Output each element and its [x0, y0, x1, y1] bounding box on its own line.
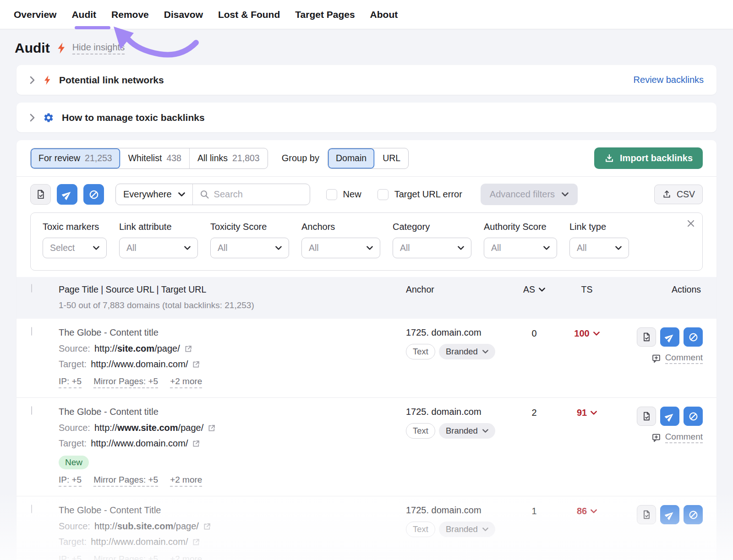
external-link-icon[interactable] — [203, 522, 211, 531]
row-checkbox[interactable] — [31, 505, 32, 513]
chevron-right-icon[interactable] — [29, 76, 35, 85]
export-csv-button[interactable]: CSV — [654, 185, 703, 204]
group-by-domain[interactable]: Domain — [328, 148, 375, 169]
filter-authority-score-select[interactable]: All — [484, 238, 557, 258]
remove-row-button[interactable] — [660, 327, 679, 347]
filter-authority-score-label: Authority Score — [484, 222, 557, 232]
target-url-error-label: Target URL error — [394, 189, 462, 200]
target-url[interactable]: http://www.domain.com/ — [91, 537, 188, 547]
filter-link-attribute-select[interactable]: All — [119, 238, 198, 258]
anchor-category-dropdown[interactable]: Branded — [439, 522, 495, 537]
mirror-pages-meta-link[interactable]: Mirror Pages: +5 — [93, 376, 158, 388]
target-url-error-filter[interactable]: Target URL error — [377, 189, 462, 200]
target-url[interactable]: http://www.domain.com/ — [91, 438, 188, 449]
source-url[interactable]: http://sub.site.com/page/ — [94, 521, 199, 532]
comment-button[interactable]: Comment — [651, 353, 703, 364]
column-page-title: Page Title | Source URL | Target URL — [59, 284, 406, 295]
source-url[interactable]: http://site.com/page/ — [94, 343, 180, 354]
ip-meta-link[interactable]: IP: +5 — [59, 475, 82, 487]
toxicity-score-dropdown[interactable]: 100 — [552, 327, 621, 339]
external-link-icon[interactable] — [192, 360, 200, 369]
tab-whitelist[interactable]: Whitelist 438 — [120, 148, 190, 169]
nav-item-disavow[interactable]: Disavow — [164, 9, 203, 20]
potential-link-networks-card[interactable]: Potential link networks Review backlinks — [16, 65, 717, 95]
comment-button[interactable]: Comment — [651, 432, 703, 443]
whitelist-row-button[interactable] — [637, 505, 656, 524]
whitelist-row-button[interactable] — [637, 327, 656, 347]
anchor-type-badge[interactable]: Text — [406, 522, 435, 537]
move-to-remove-button[interactable] — [57, 184, 77, 205]
nav-item-target-pages[interactable]: Target Pages — [295, 9, 355, 20]
disavow-row-button[interactable] — [684, 407, 703, 426]
filter-link-type-select[interactable]: All — [569, 238, 629, 258]
nav-item-about[interactable]: About — [370, 9, 398, 20]
external-link-icon[interactable] — [208, 424, 216, 432]
move-to-whitelist-button[interactable] — [30, 184, 51, 205]
nav-item-remove[interactable]: Remove — [111, 9, 149, 20]
disavow-row-button[interactable] — [684, 505, 703, 524]
remove-row-button[interactable] — [660, 407, 679, 426]
filter-anchors-select[interactable]: All — [301, 238, 380, 258]
remove-row-button[interactable] — [660, 505, 679, 524]
manage-toxic-backlinks-label: How to manage toxic backlinks — [62, 112, 205, 123]
toxicity-score-dropdown[interactable]: 91 — [552, 407, 621, 418]
manage-toxic-backlinks-card[interactable]: How to manage toxic backlinks — [16, 103, 717, 132]
external-link-icon[interactable] — [192, 440, 200, 448]
search-scope-value: Everywhere — [123, 189, 172, 200]
more-meta-link[interactable]: +2 more — [170, 475, 202, 487]
review-backlinks-link[interactable]: Review backlinks — [634, 75, 704, 85]
tab-all-links[interactable]: All links 21,803 — [190, 148, 268, 169]
nav-item-audit[interactable]: Audit — [71, 9, 96, 20]
advanced-filters-button[interactable]: Advanced filters — [481, 184, 578, 205]
filter-toxic-markers-select[interactable]: Select — [43, 238, 107, 258]
close-icon[interactable] — [687, 219, 695, 228]
anchor-category-dropdown[interactable]: Branded — [439, 344, 495, 359]
target-url-error-checkbox[interactable] — [377, 189, 388, 200]
search-field[interactable] — [193, 189, 310, 200]
anchor-type-badge[interactable]: Text — [406, 423, 435, 439]
anchor-type-badge[interactable]: Text — [406, 344, 435, 359]
new-filter[interactable]: New — [326, 189, 361, 200]
disavow-row-button[interactable] — [684, 327, 703, 347]
anchor-category-dropdown[interactable]: Branded — [439, 423, 495, 439]
row-checkbox[interactable] — [31, 406, 32, 415]
mirror-pages-meta-link[interactable]: Mirror Pages: +5 — [93, 475, 158, 487]
nav-item-lost-found[interactable]: Lost & Found — [218, 9, 280, 20]
authority-score-value: 1 — [516, 505, 552, 517]
source-label: Source: — [59, 423, 90, 433]
whitelist-row-button[interactable] — [637, 407, 656, 426]
more-meta-link[interactable]: +2 more — [170, 376, 202, 388]
search-scope-dropdown[interactable]: Everywhere — [116, 184, 193, 205]
external-link-icon[interactable] — [192, 538, 200, 546]
move-to-disavow-button[interactable] — [83, 184, 104, 205]
more-meta-link[interactable]: +2 more — [170, 554, 202, 560]
tab-for-review[interactable]: For review 21,253 — [31, 148, 120, 169]
new-checkbox[interactable] — [326, 189, 337, 200]
group-by-url[interactable]: URL — [375, 148, 408, 169]
mirror-pages-meta-link[interactable]: Mirror Pages: +5 — [93, 554, 158, 560]
page-title-text: The Globe - Content title — [59, 407, 406, 417]
filter-toxicity-score-select[interactable]: All — [210, 238, 289, 258]
import-backlinks-button[interactable]: Import backlinks — [594, 147, 703, 169]
select-all-checkbox[interactable] — [31, 284, 32, 293]
chevron-down-icon — [482, 350, 488, 353]
ip-meta-link[interactable]: IP: +5 — [59, 554, 82, 560]
chevron-down-icon — [562, 192, 569, 196]
ip-meta-link[interactable]: IP: +5 — [59, 376, 82, 388]
hide-insights-link[interactable]: Hide insights — [72, 42, 125, 54]
chevron-down-icon — [458, 246, 464, 250]
toxicity-score-dropdown[interactable]: 86 — [552, 505, 621, 517]
external-link-icon[interactable] — [184, 345, 192, 353]
search-input[interactable] — [214, 189, 292, 200]
row-checkbox[interactable] — [31, 327, 32, 336]
column-ts[interactable]: TS — [552, 284, 621, 295]
chevron-down-icon — [591, 509, 597, 513]
filter-category: Category All — [393, 222, 471, 258]
target-url[interactable]: http://www.domain.com/ — [91, 359, 188, 370]
source-url[interactable]: http://www.site.com/page/ — [94, 423, 203, 433]
column-as-sort[interactable]: AS — [516, 284, 552, 295]
filter-category-select[interactable]: All — [393, 238, 471, 258]
new-badge: New — [59, 456, 89, 469]
chevron-right-icon[interactable] — [29, 113, 35, 122]
nav-item-overview[interactable]: Overview — [14, 9, 56, 20]
